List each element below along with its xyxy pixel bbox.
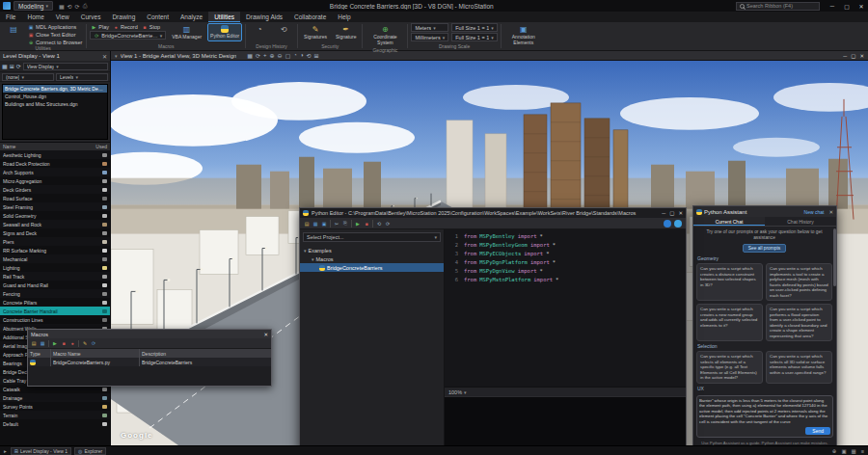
level-row[interactable]: Concrete Pillars <box>0 298 110 307</box>
level-row[interactable]: Piers <box>0 237 110 246</box>
close-button[interactable]: ✕ <box>854 0 868 12</box>
assistant-toggle-icon[interactable] <box>664 220 671 228</box>
editor-close-button[interactable]: ✕ <box>678 210 683 216</box>
column-description[interactable]: Description <box>140 349 271 358</box>
close-text-editor-button[interactable]: ▣ Close Text Editor <box>27 31 83 38</box>
level-row[interactable]: Construction Lines <box>0 315 110 324</box>
assistant-input[interactable]: Barrier" whose origin is less than 5 met… <box>696 395 833 438</box>
help-icon[interactable] <box>674 220 682 228</box>
level-row[interactable]: Rail Track <box>0 272 110 281</box>
level-row[interactable]: Micro Aggregation <box>0 176 110 185</box>
vba-manager-button[interactable]: ▥ VBA Manager <box>169 23 204 42</box>
locks-icon[interactable]: ▣ <box>841 448 846 454</box>
run-macro-icon[interactable]: ▶ <box>52 340 58 346</box>
filter-none-dropdown[interactable]: (none) ▾ <box>2 73 54 81</box>
view-close-button[interactable]: ✕ <box>859 53 864 59</box>
close-icon[interactable]: ✕ <box>828 209 833 215</box>
ribbon-tab[interactable]: Analyze <box>175 12 208 22</box>
tab-chat-history[interactable]: Chat History <box>765 217 836 226</box>
prompt-card[interactable]: Can you write a script which selects all… <box>766 351 832 384</box>
tab-current-chat[interactable]: Current Chat <box>693 217 765 226</box>
select-project-dropdown[interactable]: Select Project... ▾ <box>303 232 441 242</box>
scrollbar[interactable] <box>833 228 836 286</box>
level-row[interactable]: Road Surface <box>0 194 110 202</box>
active-level-icon[interactable]: ▦ <box>852 448 856 454</box>
level-row[interactable]: Steel Framing <box>0 202 110 211</box>
editor-output-pane[interactable] <box>445 396 686 452</box>
undo-icon[interactable]: ⟲ <box>68 3 72 10</box>
design-history-button[interactable]: ◔ <box>249 23 270 36</box>
dle-applications-button[interactable]: ▤ <box>3 23 24 36</box>
status-menu-icon[interactable]: ≡ <box>861 448 864 454</box>
send-button[interactable]: Send <box>805 427 830 435</box>
ribbon-tab[interactable]: Drawing <box>106 12 141 22</box>
level-row[interactable]: Mechanical <box>0 254 110 263</box>
level-row[interactable]: Aesthetic Lighting <box>0 150 110 159</box>
view-attributes-icon[interactable]: ▦ <box>247 52 253 59</box>
zoom-in-icon[interactable]: ⊕ <box>270 52 275 59</box>
editor-zoom-control[interactable]: 100% ▾ <box>445 387 686 396</box>
cut-icon[interactable]: ✂ <box>334 221 339 227</box>
undo-view-icon[interactable]: ⟲ <box>307 52 312 59</box>
connect-browser-button[interactable]: ⊕ Connect to Browser <box>27 39 83 45</box>
annotation-scale-dropdown[interactable]: Full Size 1 = 1 ▾ <box>451 33 498 41</box>
ribbon-tab[interactable]: Help <box>332 12 356 22</box>
revisions-button[interactable]: ⟲ <box>273 23 294 36</box>
level-row[interactable]: Seawall and Rock <box>0 220 110 228</box>
prompt-card[interactable]: Can you write a script which creates a n… <box>696 304 763 341</box>
prompt-card[interactable]: Can you write a script which performs a … <box>766 304 832 341</box>
view-minimize-button[interactable]: ─ <box>843 53 847 59</box>
stop-macro-button[interactable]: ■ Stop <box>141 23 161 30</box>
tree-item-reference[interactable]: Control_House.dgn <box>3 93 107 100</box>
record-macro-icon[interactable]: ● <box>69 340 75 346</box>
level-row[interactable]: Arch Supports <box>0 168 110 176</box>
sub-units-dropdown[interactable]: Millimeters ▾ <box>411 33 448 41</box>
level-row[interactable]: RR Surface Marking <box>0 246 110 254</box>
macro-select-dropdown[interactable]: ⟳ BridgeConcreteBarrie… ▾ <box>90 31 166 40</box>
tree-node-macros[interactable]: ▾ Macros <box>300 254 444 263</box>
mdl-applications-button[interactable]: ▣ MDL Applications <box>27 23 83 30</box>
level-row[interactable]: Lighting <box>0 263 110 272</box>
level-row[interactable]: Drainage <box>0 393 110 402</box>
close-icon[interactable]: ✕ <box>263 332 268 337</box>
pan-view-icon[interactable]: + <box>263 52 267 59</box>
stop-script-icon[interactable]: ■ <box>364 221 369 227</box>
editor-minimize-button[interactable]: ─ <box>662 210 665 216</box>
workflow-selector[interactable]: Modeling ▾ <box>14 1 53 11</box>
code-editor[interactable]: 1 from MSPyBentley import * 2 from MSPyB… <box>445 229 686 387</box>
level-row[interactable]: Solid Geometry <box>0 211 110 220</box>
snap-mode-icon[interactable]: ⊕ <box>832 448 837 454</box>
ribbon-tab[interactable]: Drawing Aids <box>240 12 288 22</box>
statusbar-tab-explorer[interactable]: ◎ Explorer <box>74 447 106 455</box>
copy-view-icon[interactable]: ⊞ <box>314 52 319 59</box>
fit-view-icon[interactable]: ▢ <box>285 52 291 59</box>
view-display-dropdown[interactable]: View Display ▾ <box>23 63 108 70</box>
apply-to-view-icon[interactable]: ⊞ <box>10 63 14 69</box>
redo-icon[interactable]: ⟳ <box>75 3 80 10</box>
ribbon-tab[interactable]: Home <box>21 12 49 22</box>
zoom-out-icon[interactable]: ⊖ <box>278 52 283 59</box>
annotation-elements-button[interactable]: ▣ Annotation Elements <box>504 23 543 47</box>
signature-cell-button[interactable]: ✒ Signature <box>333 23 359 42</box>
column-header-used[interactable]: Used <box>95 144 107 149</box>
new-macro-icon[interactable]: ▤ <box>31 340 37 346</box>
open-file-icon[interactable]: ▦ <box>312 221 318 227</box>
drawing-scale-dropdown[interactable]: Full Size 1 = 1 ▾ <box>451 23 498 32</box>
level-row[interactable]: Deck Girders <box>0 185 110 194</box>
rotate-view-icon[interactable]: ⟳ <box>256 52 260 59</box>
signatures-button[interactable]: ✎ Signatures <box>301 23 330 42</box>
new-file-icon[interactable]: ▤ <box>304 221 310 227</box>
ribbon-search[interactable] <box>736 2 820 11</box>
stop-macro-icon[interactable]: ■ <box>61 340 67 346</box>
macro-row[interactable]: BridgeConcreteBarriers.py BridgeConcrete… <box>28 358 271 366</box>
prompt-card[interactable]: Can you write a script which creates a d… <box>696 263 763 301</box>
coordinate-system-button[interactable]: ⊕ Coordinate System <box>366 23 404 47</box>
statusbar-tab-level-display[interactable]: ⊞ Level Display - View 1 <box>11 447 71 455</box>
element-selection-icon[interactable]: ▸ <box>4 448 7 454</box>
column-type[interactable]: Type <box>28 349 51 358</box>
open-macro-icon[interactable]: ▦ <box>40 340 45 346</box>
tree-node-examples[interactable]: ▾ Examples <box>300 246 444 254</box>
new-chat-link[interactable]: New chat <box>804 209 825 215</box>
copy-icon[interactable]: ⎘ <box>342 221 348 227</box>
view-menu-icon[interactable]: ▾ <box>115 53 118 59</box>
